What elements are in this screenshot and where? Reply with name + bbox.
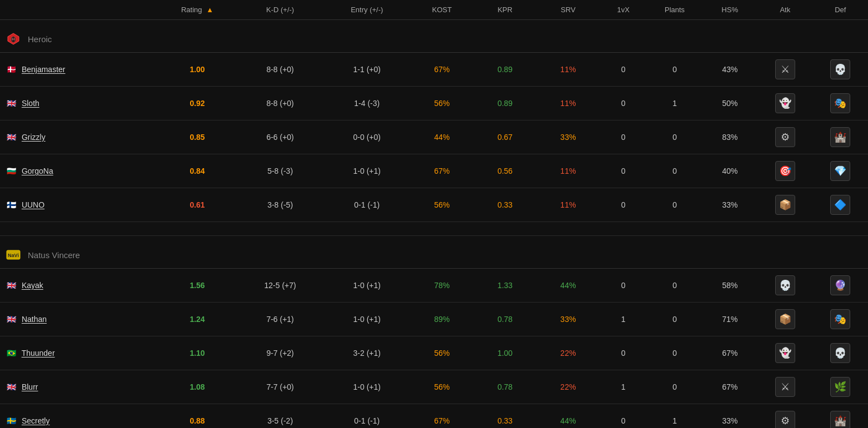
player-flag: 🇬🇧 — [7, 382, 16, 391]
svg-text:H: H — [12, 37, 15, 42]
player-name-link[interactable]: Secretly — [22, 416, 50, 425]
col-header-kost[interactable]: KOST — [410, 0, 473, 20]
player-hs: 83% — [702, 120, 757, 154]
player-srv: 22% — [537, 336, 600, 370]
player-kd: 5-8 (-3) — [237, 154, 323, 188]
rating-value: 1.24 — [189, 315, 204, 324]
player-name-link[interactable]: Benjamaster — [22, 65, 66, 74]
kpr-value: 1.00 — [497, 349, 512, 357]
col-header-srv[interactable]: SRV — [537, 0, 600, 20]
player-hs: 71% — [702, 303, 757, 336]
player-srv: 33% — [537, 120, 600, 154]
player-kpr: 0.78 — [473, 370, 537, 404]
table-row: 🇩🇰 Benjamaster 1.00 8-8 (+0) 1-1 (+0) 67… — [0, 53, 868, 87]
player-kost: 56% — [410, 87, 473, 120]
team-header-row-heroic: H Heroic — [0, 20, 868, 53]
atk-agent-icon: ⚔ — [775, 59, 795, 79]
col-header-plants[interactable]: Plants — [647, 0, 702, 20]
player-entry: 1-0 (+1) — [323, 370, 410, 404]
sort-arrow-icon: ▲ — [206, 6, 213, 14]
kpr-value: 0.33 — [497, 200, 512, 209]
player-kpr: 0.33 — [473, 188, 537, 222]
table-row: 🇬🇧 Blurr 1.08 7-7 (+0) 1-0 (+1) 56% 0.78… — [0, 370, 868, 404]
player-kost: 89% — [410, 303, 473, 336]
player-kost: 56% — [410, 188, 473, 222]
player-def-agent: 💀 — [813, 336, 868, 370]
def-agent-icon: 🎭 — [830, 309, 850, 329]
player-kpr: 0.67 — [473, 120, 537, 154]
player-name-link[interactable]: Thuunder — [22, 349, 55, 357]
player-name-cell: 🇬🇧 Nathan — [0, 303, 158, 336]
player-rating: 0.88 — [158, 404, 237, 429]
player-rating: 0.85 — [158, 120, 237, 154]
rating-value: 1.08 — [189, 382, 204, 391]
table-body: H Heroic 🇩🇰 Benjamaster 1.00 8-8 (+0) 1-… — [0, 20, 868, 429]
kost-value: 56% — [434, 382, 450, 391]
player-entry: 0-0 (+0) — [323, 120, 410, 154]
atk-agent-icon: 👻 — [775, 343, 795, 363]
player-flag: 🇬🇧 — [7, 315, 16, 324]
col-header-kd[interactable]: K-D (+/-) — [237, 0, 323, 20]
player-name-link[interactable]: Grizzly — [22, 133, 46, 142]
player-flag: 🇬🇧 — [7, 281, 16, 290]
def-agent-icon: 🌿 — [830, 377, 850, 397]
col-header-def[interactable]: Def — [813, 0, 868, 20]
player-kpr: 1.33 — [473, 269, 537, 303]
player-kost: 67% — [410, 154, 473, 188]
col-header-atk[interactable]: Atk — [757, 0, 812, 20]
svg-text:NaVi: NaVi — [8, 253, 19, 258]
player-name-link[interactable]: Kayak — [22, 281, 43, 290]
atk-agent-icon: ⚔ — [775, 377, 795, 397]
rating-value: 0.84 — [189, 167, 204, 175]
player-plants: 0 — [647, 336, 702, 370]
srv-value: 11% — [560, 167, 576, 175]
kpr-value: 0.33 — [497, 416, 512, 425]
kost-value: 78% — [434, 281, 450, 290]
player-kost: 67% — [410, 53, 473, 87]
kost-value: 67% — [434, 167, 450, 175]
player-def-agent: 🌿 — [813, 370, 868, 404]
player-plants: 0 — [647, 370, 702, 404]
player-def-agent: 🎭 — [813, 87, 868, 120]
player-hs: 67% — [702, 370, 757, 404]
player-plants: 0 — [647, 154, 702, 188]
player-kpr: 0.78 — [473, 303, 537, 336]
player-1vx: 0 — [600, 336, 647, 370]
player-plants: 0 — [647, 188, 702, 222]
kost-value: 56% — [434, 349, 450, 357]
player-name-cell: 🇧🇷 Thuunder — [0, 336, 158, 370]
player-entry: 1-0 (+1) — [323, 154, 410, 188]
kost-value: 44% — [434, 133, 450, 142]
rating-value: 0.85 — [189, 133, 204, 142]
player-flag: 🇧🇷 — [7, 349, 16, 357]
stats-table: Rating ▲ K-D (+/-) Entry (+/-) KOST KPR … — [0, 0, 868, 428]
player-kd: 3-5 (-2) — [237, 404, 323, 429]
stats-table-container: Rating ▲ K-D (+/-) Entry (+/-) KOST KPR … — [0, 0, 868, 428]
player-plants: 0 — [647, 269, 702, 303]
team-header-cell: H Heroic — [0, 20, 868, 53]
col-header-1vx[interactable]: 1vX — [600, 0, 647, 20]
player-kd: 7-7 (+0) — [237, 370, 323, 404]
rating-value: 0.92 — [189, 99, 204, 108]
team-header-cell: NaVi Natus Vincere — [0, 236, 868, 269]
player-def-agent: 🔷 — [813, 188, 868, 222]
player-flag: 🇬🇧 — [7, 133, 16, 142]
col-header-entry[interactable]: Entry (+/-) — [323, 0, 410, 20]
col-header-kpr[interactable]: KPR — [473, 0, 537, 20]
player-def-agent: 🏰 — [813, 120, 868, 154]
player-flag: 🇬🇧 — [7, 99, 16, 108]
player-name-link[interactable]: GorgoNa — [22, 167, 53, 175]
player-name-cell: 🇬🇧 Kayak — [0, 269, 158, 303]
team-logo-heroic: H — [4, 30, 22, 48]
player-kd: 6-6 (+0) — [237, 120, 323, 154]
srv-value: 11% — [560, 99, 576, 108]
player-name-link[interactable]: Blurr — [22, 382, 38, 391]
col-header-rating[interactable]: Rating ▲ — [158, 0, 237, 20]
player-name-link[interactable]: UUNO — [22, 200, 44, 209]
player-name-link[interactable]: Nathan — [22, 315, 47, 324]
col-header-hs[interactable]: HS% — [702, 0, 757, 20]
player-name-link[interactable]: Sloth — [22, 99, 39, 108]
player-rating: 0.92 — [158, 87, 237, 120]
player-kd: 9-7 (+2) — [237, 336, 323, 370]
player-kd: 8-8 (+0) — [237, 87, 323, 120]
